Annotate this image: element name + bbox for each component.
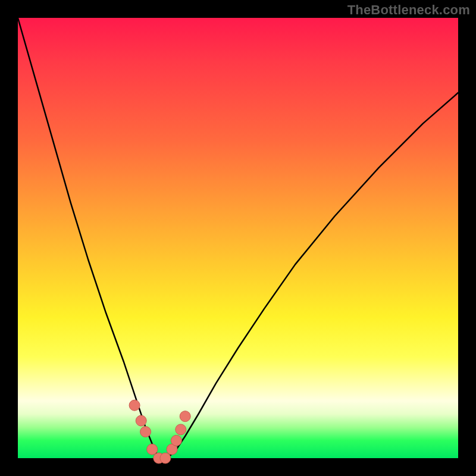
marker-point — [171, 435, 181, 446]
marker-point — [136, 415, 146, 426]
marker-point — [176, 424, 186, 435]
curve-layer — [18, 18, 458, 458]
chart-plot-area — [18, 18, 458, 458]
marker-point — [180, 411, 190, 422]
marker-point — [160, 453, 171, 464]
marker-point — [147, 444, 158, 455]
bottleneck-curve — [18, 18, 458, 458]
watermark-text: TheBottleneck.com — [347, 2, 470, 18]
highlighted-markers — [129, 400, 190, 464]
chart-frame: TheBottleneck.com — [0, 0, 476, 476]
marker-point — [129, 400, 140, 411]
marker-point — [140, 427, 151, 437]
